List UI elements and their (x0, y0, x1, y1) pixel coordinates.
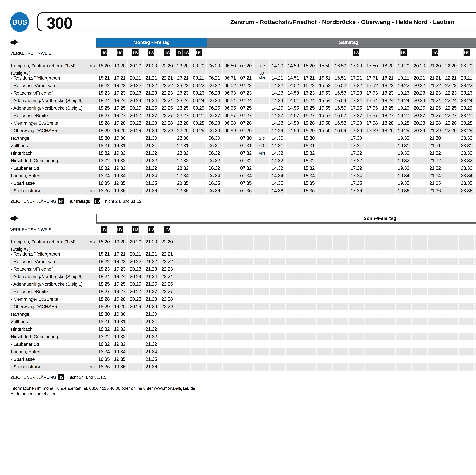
time-cell: 18.21 (96, 74, 111, 82)
time-cell: 21.31 (144, 142, 159, 149)
time-cell: 15.25 (301, 104, 316, 112)
cell-stripe (301, 273, 316, 280)
time-cell: 21.29 (427, 127, 442, 134)
time-cell: 21.31 (144, 318, 159, 326)
time-cell: 06.25 (207, 104, 222, 112)
hs-flag-icon: HS (401, 49, 407, 56)
time-cell: 06.30 (207, 134, 222, 142)
cell-stripe (238, 288, 254, 295)
time-cell: 07.32 (238, 149, 254, 157)
frequency-cell: Min (254, 149, 269, 157)
time-cell: 18.29 (96, 303, 111, 310)
time-cell: 21.34 (144, 172, 159, 180)
cell-stripe (286, 288, 301, 295)
time-cell: 19.27 (396, 112, 411, 119)
time-cell: 23.32 (175, 157, 190, 164)
time-cell: 07.32 (238, 164, 254, 172)
time-cell: 21.27 (144, 288, 159, 295)
cell-stripe (380, 273, 395, 280)
time-cell: 22.27 (443, 112, 459, 119)
time-cell: 18.31 (96, 142, 111, 149)
cell-stripe (427, 318, 442, 326)
time-cell: 15.59 (317, 127, 332, 134)
time-cell: 07.29 (238, 127, 254, 134)
time-cell: 18.35 (96, 180, 111, 187)
stop-label: - Adenauerring/Nordbrücke (Steig 6) (11, 273, 83, 280)
time-cell: 06.35 (207, 180, 222, 187)
time-cell: 19.21 (396, 74, 411, 82)
time-cell: 17.28 (349, 119, 364, 127)
cell-stripe (191, 235, 206, 250)
time-cell: 18.27 (380, 112, 395, 119)
cell-stripe (443, 142, 459, 149)
time-cell: 06.27 (207, 112, 222, 119)
time-cell: 00.29 (191, 127, 206, 134)
time-cell: 18.21 (380, 74, 395, 82)
time-cell: 14.50 (286, 59, 301, 69)
cell-stripe (427, 348, 442, 356)
hs-flag-icon: HS (101, 49, 107, 56)
time-cell: 19.32 (112, 157, 127, 164)
cell-stripe (427, 288, 442, 295)
fr-flag-text: = nur freitags (65, 199, 90, 204)
cell-stripe (301, 333, 316, 341)
time-cell: 19.36 (112, 363, 127, 371)
time-cell: 18.32 (96, 157, 111, 164)
cell-stripe (380, 157, 395, 164)
band-shadow (96, 223, 476, 224)
time-cell: 19.29 (396, 127, 411, 134)
time-cell: 00.21 (475, 74, 476, 82)
time-cell: 06.54 (222, 97, 238, 104)
time-cell: 07.28 (238, 119, 254, 127)
cell-stripe (191, 258, 206, 265)
time-cell: 15.51 (317, 74, 332, 82)
time-cell: 19.28 (396, 119, 411, 127)
stop-label: - Sparkasse (11, 356, 35, 363)
cell-stripe (333, 318, 348, 326)
time-cell: 23.23 (175, 89, 190, 97)
time-cell: 15.27 (301, 112, 316, 119)
time-cell: 15.32 (301, 149, 316, 157)
time-cell: 22.29 (160, 127, 175, 134)
flag-group-col16: HS (353, 49, 359, 56)
cell-stripe (222, 172, 238, 180)
time-cell: 22.29 (160, 303, 175, 310)
time-cell: 17.32 (349, 149, 364, 157)
time-cell: 22.28 (443, 119, 459, 127)
time-cell: 19.31 (112, 318, 127, 326)
time-cell: 15.32 (301, 157, 316, 164)
cell-stripe (459, 288, 474, 295)
time-cell: 00.23 (475, 89, 476, 97)
cell-stripe (175, 273, 190, 280)
time-cell: 19.36 (112, 187, 127, 195)
cell-stripe (333, 303, 348, 310)
cell-stripe (254, 303, 269, 310)
time-cell: 23.32 (459, 149, 474, 157)
cell-stripe (191, 273, 206, 280)
time-cell: 18.34 (96, 172, 111, 180)
time-cell: 18.28 (96, 119, 111, 127)
time-cell: 20.21 (128, 250, 143, 258)
cell-stripe (175, 258, 190, 265)
time-cell: 21.23 (144, 89, 159, 97)
cell-stripe (475, 363, 476, 371)
cell-stripe (475, 187, 476, 195)
time-cell: 06.51 (222, 74, 238, 82)
cell-stripe (475, 303, 476, 310)
time-cell: 21.34 (427, 172, 442, 180)
time-cell: 21.32 (144, 164, 159, 172)
cell-stripe (365, 235, 380, 250)
time-cell: 15.50 (317, 59, 332, 69)
hs-flag-text: = nicht 24. und 31.12. (102, 199, 143, 204)
time-cell: 23.34 (175, 172, 190, 180)
cell-stripe (160, 333, 175, 341)
cell-stripe (175, 348, 190, 356)
time-cell: 21.25 (144, 280, 159, 288)
time-cell: 18.27 (96, 112, 111, 119)
cell-stripe (270, 333, 285, 341)
cell-stripe (459, 318, 474, 326)
time-cell: 17.21 (349, 74, 364, 82)
flag-group-col4: HS (164, 49, 170, 56)
cell-stripe (301, 363, 316, 371)
flag-group-col2: HS (132, 226, 138, 233)
